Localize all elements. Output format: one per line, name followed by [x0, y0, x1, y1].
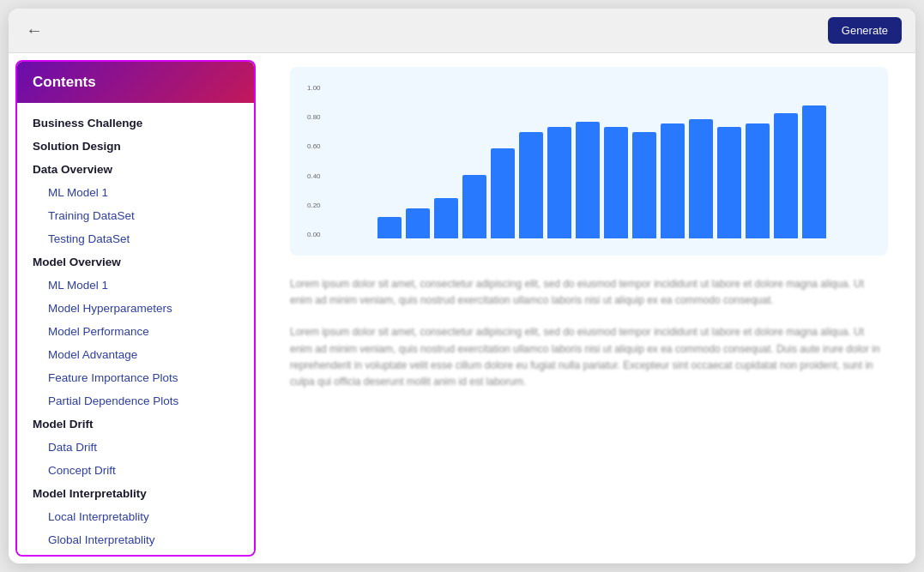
text-block-2: Lorem ipsum dolor sit amet, consectetur … — [290, 324, 888, 390]
chart-bar-1 — [406, 208, 430, 238]
y-label-6: 0.00 — [307, 231, 324, 238]
sidebar-item-ml-model-1-model[interactable]: ML Model 1 — [17, 274, 254, 297]
main-content: Contents Business ChallengeSolution Desi… — [9, 53, 915, 563]
sidebar-item-data-overview[interactable]: Data Overview — [17, 158, 254, 181]
generate-button[interactable]: Generate — [828, 17, 902, 44]
sidebar-item-global-interpretability[interactable]: Global Interpretablity — [17, 528, 254, 551]
sidebar-item-training-dataset[interactable]: Training DataSet — [17, 204, 254, 227]
sidebar-item-model-drift[interactable]: Model Drift — [17, 412, 254, 436]
sidebar-item-model-performance[interactable]: Model Performance — [17, 320, 254, 343]
chart-bars — [352, 93, 826, 238]
y-label-3: 0.60 — [307, 142, 324, 150]
top-bar: ← Generate — [9, 9, 915, 53]
chart-bar-11 — [689, 119, 713, 238]
sidebar: Contents Business ChallengeSolution Desi… — [15, 60, 256, 557]
chart-bar-13 — [746, 123, 770, 238]
y-label-2: 0.80 — [307, 113, 324, 121]
sidebar-header: Contents — [17, 62, 254, 103]
chart-bar-2 — [434, 198, 458, 238]
chart-bar-0 — [377, 217, 402, 238]
y-label-5: 0.20 — [307, 202, 324, 209]
chart-bar-6 — [547, 127, 571, 238]
sidebar-item-model-hyperparameters[interactable]: Model Hyperparameters — [17, 297, 254, 320]
chart-bar-5 — [519, 132, 543, 238]
chart-bar-7 — [576, 122, 600, 238]
chart-bar-14 — [774, 113, 798, 238]
chart-bar-3 — [462, 175, 486, 238]
y-label-4: 0.40 — [307, 172, 324, 180]
y-label-1: 1.00 — [307, 84, 324, 92]
text-block-1: Lorem ipsum dolor sit amet, consectetur … — [290, 276, 888, 309]
content-area: 1.00 0.80 0.60 0.40 0.20 0.00 Lorem ipsu… — [263, 53, 915, 563]
sidebar-item-partial-dependence-plots[interactable]: Partial Dependence Plots — [17, 389, 254, 412]
sidebar-item-feature-importance-plots[interactable]: Feature Importance Plots — [17, 366, 254, 389]
paragraph-1: Lorem ipsum dolor sit amet, consectetur … — [290, 276, 888, 309]
app-window: ← Generate Contents Business ChallengeSo… — [9, 9, 915, 563]
chart-y-axis: 1.00 0.80 0.60 0.40 0.20 0.00 — [307, 84, 324, 238]
chart-bar-10 — [661, 123, 685, 238]
sidebar-item-ml-model-1-data[interactable]: ML Model 1 — [17, 181, 254, 204]
back-button[interactable]: ← — [22, 19, 46, 43]
sidebar-item-concept-drift[interactable]: Concept Drift — [17, 459, 254, 482]
chart-container: 1.00 0.80 0.60 0.40 0.20 0.00 — [290, 67, 888, 256]
sidebar-item-testing-dataset[interactable]: Testing DataSet — [17, 227, 254, 250]
paragraph-2: Lorem ipsum dolor sit amet, consectetur … — [290, 324, 888, 390]
sidebar-item-model-interpretability[interactable]: Model Interpretablity — [17, 482, 254, 505]
chart-bar-9 — [632, 132, 656, 238]
sidebar-item-business-challenge[interactable]: Business Challenge — [17, 111, 254, 135]
sidebar-item-solution-design[interactable]: Solution Design — [17, 135, 254, 158]
sidebar-item-model-advantage[interactable]: Model Advantage — [17, 343, 254, 366]
sidebar-item-data-drift[interactable]: Data Drift — [17, 436, 254, 459]
chart-bar-8 — [604, 127, 628, 238]
chart-bar-4 — [491, 148, 515, 238]
chart-bar-12 — [717, 127, 741, 238]
sidebar-item-model-overview[interactable]: Model Overview — [17, 250, 254, 274]
sidebar-nav: Business ChallengeSolution DesignData Ov… — [17, 103, 254, 555]
sidebar-item-local-interpretability[interactable]: Local Interpretablity — [17, 505, 254, 528]
chart-bar-15 — [802, 105, 826, 238]
